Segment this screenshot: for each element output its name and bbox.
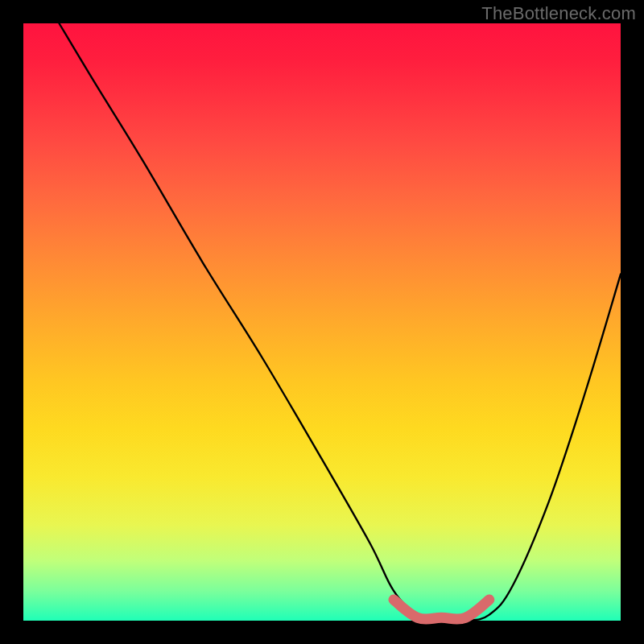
- chart-frame: TheBottleneck.com: [0, 0, 644, 644]
- watermark-text: TheBottleneck.com: [481, 3, 636, 24]
- plot-area: [23, 23, 621, 621]
- bottleneck-band: [394, 600, 489, 619]
- chart-svg: [23, 23, 621, 621]
- bottleneck-curve: [60, 23, 621, 621]
